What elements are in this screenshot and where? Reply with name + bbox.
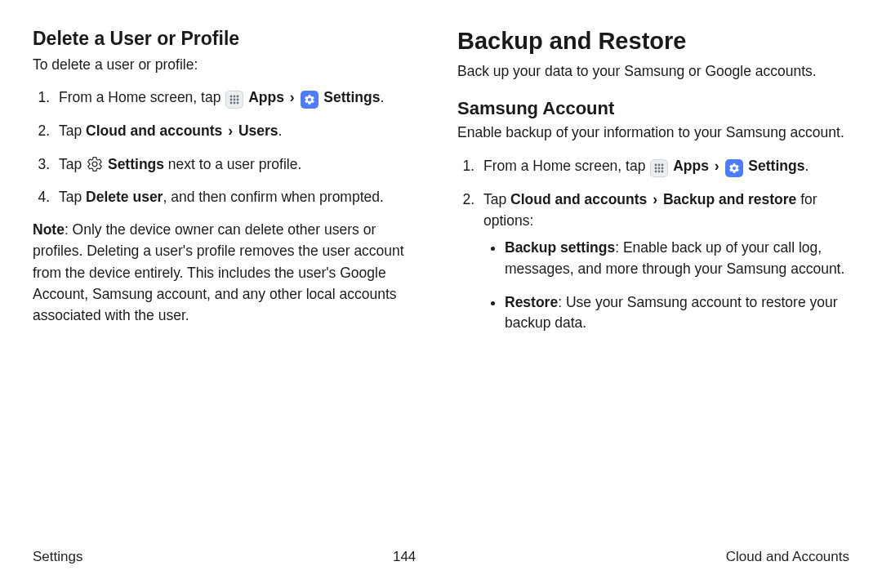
step-bold: Users [238, 122, 278, 139]
svg-point-13 [658, 167, 661, 169]
step-text: . [278, 122, 283, 139]
list-item: Tap Settings next to a user profile. [54, 154, 425, 175]
list-item: Backup settings: Enable back up of your … [505, 238, 849, 279]
svg-point-6 [230, 102, 233, 105]
list-item: From a Home screen, tap Apps › Settings. [479, 155, 849, 177]
svg-point-14 [662, 167, 664, 169]
svg-point-17 [662, 170, 664, 172]
settings-label: Settings [748, 158, 804, 174]
step-text: , and then confirm when prompted. [163, 189, 383, 205]
step-bold: Cloud and accounts [86, 122, 222, 139]
list-item: Restore: Use your Samsung account to res… [505, 292, 849, 334]
svg-point-11 [662, 163, 664, 166]
delete-user-intro: To delete a user or profile: [33, 55, 425, 75]
backup-restore-heading: Backup and Restore [457, 28, 849, 55]
step-text: Tap [59, 122, 86, 139]
apps-icon [650, 159, 668, 177]
note-label: Note [33, 221, 65, 238]
delete-user-steps: From a Home screen, tap Apps › Settings.… [33, 87, 425, 207]
svg-point-7 [234, 102, 236, 105]
samsung-account-steps: From a Home screen, tap Apps › Settings.… [457, 155, 849, 334]
chevron-right-icon: › [290, 89, 295, 105]
step-bold: Settings [108, 156, 164, 172]
svg-point-3 [230, 99, 233, 101]
step-text: From a Home screen, tap [483, 158, 649, 174]
apps-icon [225, 91, 243, 109]
svg-point-16 [658, 170, 661, 172]
step-bold: Delete user [86, 189, 163, 205]
left-column: Delete a User or Profile To delete a use… [33, 28, 425, 347]
step-text: From a Home screen, tap [59, 89, 225, 105]
chevron-right-icon: › [715, 158, 719, 174]
settings-outline-icon [87, 156, 103, 172]
list-item: Tap Cloud and accounts › Backup and rest… [479, 189, 849, 334]
chevron-right-icon: › [228, 122, 233, 139]
period: . [804, 158, 808, 174]
svg-point-4 [234, 99, 236, 101]
svg-point-8 [237, 102, 239, 105]
footer-page-number: 144 [393, 549, 416, 565]
settings-icon [301, 91, 318, 109]
svg-point-9 [655, 163, 657, 166]
svg-point-15 [655, 170, 657, 172]
svg-point-12 [655, 167, 657, 169]
svg-point-10 [658, 163, 661, 166]
step-bold: Cloud and accounts [510, 191, 647, 207]
settings-icon [725, 159, 743, 177]
list-item: Tap Cloud and accounts › Users. [54, 120, 425, 141]
settings-label: Settings [323, 89, 380, 105]
chevron-right-icon: › [653, 191, 657, 207]
svg-point-5 [237, 99, 239, 101]
options-list: Backup settings: Enable back up of your … [483, 238, 849, 334]
bullet-bold: Backup settings [505, 239, 615, 256]
period: . [380, 89, 384, 105]
samsung-account-heading: Samsung Account [457, 98, 849, 119]
step-text: Tap [59, 156, 86, 172]
svg-point-2 [237, 96, 239, 98]
svg-point-0 [230, 96, 233, 98]
step-text: Tap [59, 189, 86, 205]
step-text: Tap [483, 191, 510, 207]
step-text: next to a user profile. [164, 156, 301, 172]
page-body: Delete a User or Profile To delete a use… [0, 0, 882, 347]
delete-user-heading: Delete a User or Profile [33, 28, 425, 50]
apps-label: Apps [673, 158, 709, 174]
delete-user-note: Note: Only the device owner can delete o… [33, 219, 425, 326]
svg-point-1 [234, 96, 236, 98]
right-column: Backup and Restore Back up your data to … [457, 28, 849, 347]
list-item: Tap Delete user, and then confirm when p… [54, 186, 425, 207]
page-footer: Settings 144 Cloud and Accounts [33, 549, 849, 565]
samsung-account-intro: Enable backup of your information to you… [457, 122, 849, 143]
backup-restore-intro: Back up your data to your Samsung or Goo… [457, 61, 849, 82]
step-bold: Backup and restore [663, 191, 796, 207]
list-item: From a Home screen, tap Apps › Settings. [54, 87, 425, 109]
footer-left: Settings [33, 549, 82, 565]
bullet-bold: Restore [505, 294, 558, 310]
apps-label: Apps [248, 89, 284, 105]
note-body: : Only the device owner can delete other… [33, 221, 404, 323]
footer-right: Cloud and Accounts [726, 549, 849, 565]
